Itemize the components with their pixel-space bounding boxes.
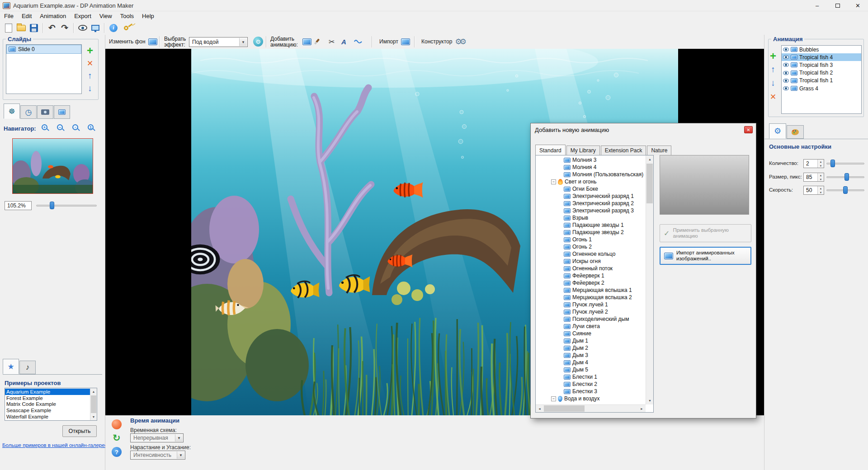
undo-button[interactable]: ↶ xyxy=(46,22,58,34)
move-animation-up-button[interactable]: ↑ xyxy=(768,64,778,75)
open-example-button[interactable]: Открыть xyxy=(62,425,97,437)
tree-item[interactable]: Огненное кольцо xyxy=(536,250,646,258)
collapse-icon[interactable]: − xyxy=(551,179,556,184)
tree-item[interactable]: Огонь 1 xyxy=(536,236,646,243)
scroll-down-icon[interactable]: ▼ xyxy=(646,397,654,404)
visibility-eye-icon[interactable] xyxy=(783,86,789,90)
zoom-actual-button[interactable]: 1 xyxy=(88,124,96,132)
import-button[interactable]: Импорт xyxy=(377,36,412,47)
redo-button[interactable]: ↷ xyxy=(58,22,71,34)
add-cutout-button[interactable]: ✂ xyxy=(327,36,336,47)
refresh-icon[interactable]: ↻ xyxy=(113,432,121,443)
tree-category[interactable]: −Вода и воздух xyxy=(536,395,646,402)
delete-slide-button[interactable]: ✕ xyxy=(85,58,95,69)
menu-animation[interactable]: Animation xyxy=(36,12,70,20)
spin-down-icon[interactable]: ▼ xyxy=(818,190,824,194)
menu-view[interactable]: View xyxy=(95,12,116,20)
tree-item[interactable]: Дым 1 xyxy=(536,337,646,344)
scrollbar-thumb[interactable] xyxy=(544,405,585,412)
animation-item[interactable]: Tropical fish 1 xyxy=(782,77,861,85)
tree-item[interactable]: Искры огня xyxy=(536,258,646,265)
tree-item[interactable]: Электрический разряд 3 xyxy=(536,207,646,214)
spin-down-icon[interactable]: ▼ xyxy=(818,164,824,168)
add-text-button[interactable]: A xyxy=(340,36,348,47)
open-project-button[interactable] xyxy=(15,22,28,34)
tab-music[interactable]: ♪ xyxy=(19,361,36,374)
spin-up-icon[interactable]: ▲ xyxy=(818,160,824,164)
navigator-thumbnail[interactable] xyxy=(12,138,93,194)
tab-examples[interactable]: ★ xyxy=(3,359,19,374)
effect-settings-button[interactable]: ⚙ xyxy=(251,36,265,47)
delete-animation-button[interactable]: ✕ xyxy=(768,91,778,102)
export-button[interactable] xyxy=(89,22,102,34)
add-animated-object-button[interactable] xyxy=(301,36,313,47)
animation-item[interactable]: Tropical fish 2 xyxy=(782,69,861,77)
new-project-button[interactable] xyxy=(2,22,15,34)
collapse-icon[interactable]: − xyxy=(551,396,556,401)
slider-thumb[interactable] xyxy=(844,173,849,181)
tree-item[interactable]: Молния (Пользовательская) xyxy=(536,171,646,178)
scroll-down-icon[interactable]: ▼ xyxy=(90,414,97,420)
animation-item[interactable]: Tropical fish 3 xyxy=(782,61,861,69)
setting-spinner[interactable]: 2▲▼ xyxy=(803,159,824,168)
tree-item[interactable]: Блестки 2 xyxy=(536,381,646,388)
tree-item[interactable]: Пучок лучей 1 xyxy=(536,301,646,308)
visibility-eye-icon[interactable] xyxy=(783,63,789,67)
example-item[interactable]: Aquarium Example xyxy=(5,389,90,395)
scrollbar-thumb[interactable] xyxy=(91,395,96,413)
constructor-button[interactable]: Конструктор ⚙⚙ xyxy=(420,36,466,47)
scroll-up-icon[interactable]: ▲ xyxy=(646,155,654,163)
slider-thumb[interactable] xyxy=(843,186,848,194)
tree-category[interactable]: −Свет и огонь xyxy=(536,178,646,185)
zoom-out-button[interactable]: − xyxy=(57,124,65,132)
menu-file[interactable]: File xyxy=(0,12,18,20)
move-animation-down-button[interactable]: ↓ xyxy=(768,78,778,89)
tree-item[interactable]: Сияние xyxy=(536,330,646,337)
tree-item[interactable]: Фейерверк 1 xyxy=(536,272,646,279)
tree-item[interactable]: Блестки 3 xyxy=(536,388,646,395)
example-item[interactable]: Waterfall Example xyxy=(5,414,90,420)
tree-item[interactable]: Блестки 1 xyxy=(536,373,646,381)
animation-item[interactable]: Bubbles xyxy=(782,46,861,53)
timer-icon[interactable] xyxy=(112,419,122,429)
tree-item[interactable]: Фейерверк 2 xyxy=(536,279,646,287)
slider-track[interactable] xyxy=(36,205,97,207)
tab-time[interactable]: ◷ xyxy=(20,105,37,119)
example-item[interactable]: Forest Example xyxy=(5,395,90,401)
close-button[interactable]: ✕ xyxy=(848,0,868,11)
examples-listbox[interactable]: Aquarium ExampleForest ExampleMatrix Cod… xyxy=(5,388,97,421)
scheme-combobox[interactable]: Непрерывная ▼ xyxy=(130,433,184,442)
effect-combobox[interactable]: Под водой ▼ xyxy=(189,37,248,47)
maximize-button[interactable] xyxy=(827,0,848,11)
menu-tools[interactable]: Tools xyxy=(116,12,138,20)
animation-item[interactable]: Grass 4 xyxy=(782,85,861,92)
add-slide-button[interactable]: + xyxy=(85,45,95,56)
more-examples-link[interactable]: Больше примеров в нашей онлайн-галерее xyxy=(2,442,108,448)
scroll-right-icon[interactable]: ► xyxy=(638,405,646,413)
visibility-eye-icon[interactable] xyxy=(783,47,789,52)
tree-item[interactable]: Падающие звезды 1 xyxy=(536,221,646,229)
spin-up-icon[interactable]: ▲ xyxy=(818,186,824,190)
tab-scene[interactable]: ☸ xyxy=(4,103,20,119)
animation-list[interactable]: BubblesTropical fish 4Tropical fish 3Tro… xyxy=(781,45,862,114)
dialog-close-button[interactable]: ✕ xyxy=(744,126,753,133)
slider-thumb[interactable] xyxy=(830,160,835,167)
navigator-zoom-slider[interactable] xyxy=(36,201,97,210)
slide-item[interactable]: Slide 0 xyxy=(6,45,81,54)
examples-scrollbar[interactable]: ▲ ▼ xyxy=(90,388,97,420)
tree-item[interactable]: Лучи света xyxy=(536,323,646,330)
zoom-fit-button[interactable]: ▫ xyxy=(72,124,80,132)
tree-item[interactable]: Молния 3 xyxy=(536,156,646,164)
dialog-tab-standard[interactable]: Standard xyxy=(535,145,566,155)
visibility-eye-icon[interactable] xyxy=(783,55,789,59)
menu-help[interactable]: Help xyxy=(138,12,158,20)
tree-vertical-scrollbar[interactable]: ▲ ▼ xyxy=(646,155,653,404)
setting-slider[interactable] xyxy=(826,159,864,168)
spin-up-icon[interactable]: ▲ xyxy=(818,173,824,177)
dialog-tab-extension-pack[interactable]: Extension Pack xyxy=(601,146,646,155)
visibility-eye-icon[interactable] xyxy=(783,79,789,83)
tree-item[interactable]: Дым 5 xyxy=(536,366,646,373)
add-wave-effect-button[interactable] xyxy=(352,36,364,47)
zoom-in-button[interactable]: + xyxy=(42,124,50,132)
license-button[interactable] xyxy=(120,22,132,34)
